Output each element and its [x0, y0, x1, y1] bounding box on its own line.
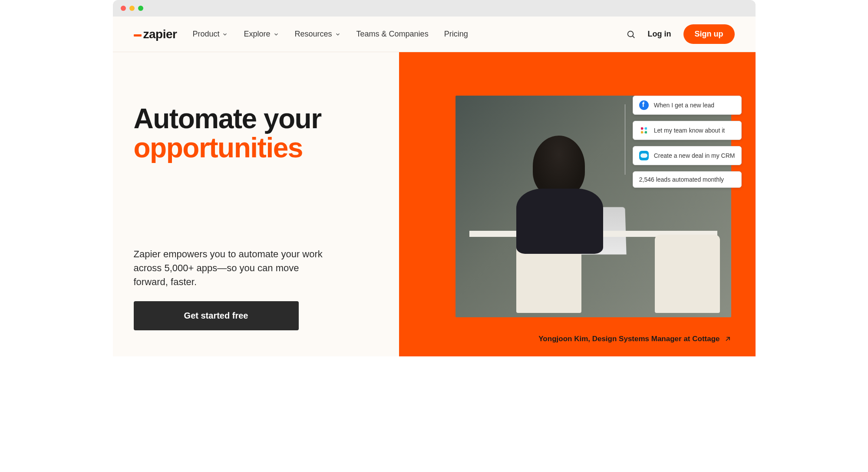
hero-section: Automate your opportunities Zapier empow…: [113, 52, 756, 356]
automation-card: Create a new deal in my CRM: [633, 146, 742, 165]
chair-illustration: [655, 235, 720, 313]
hero-photo-wrap: When I get a new lead Let my team know a…: [455, 96, 731, 327]
nav-right-group: Log in Sign up: [626, 24, 735, 44]
automation-cards: When I get a new lead Let my team know a…: [633, 96, 742, 188]
browser-title-bar: [113, 0, 756, 17]
nav-item-product[interactable]: Product: [192, 30, 228, 39]
spacer: [134, 163, 373, 247]
window-minimize-icon[interactable]: [129, 6, 135, 11]
nav-label: Teams & Companies: [356, 30, 429, 39]
hero-subhead: Zapier empowers you to automate your wor…: [134, 247, 325, 289]
automation-card: Let my team know about it: [633, 121, 742, 140]
nav-item-teams-companies[interactable]: Teams & Companies: [356, 30, 429, 39]
primary-nav: Product Explore Resources Teams & Compan…: [192, 30, 468, 39]
card-text: When I get a new lead: [654, 102, 714, 109]
search-icon[interactable]: [626, 30, 636, 39]
nav-label: Explore: [244, 30, 270, 39]
signup-button[interactable]: Sign up: [683, 24, 735, 44]
external-arrow-icon: [724, 336, 731, 342]
get-started-button[interactable]: Get started free: [134, 301, 299, 330]
chevron-down-icon: [222, 31, 228, 37]
headline-line-2: opportunities: [134, 132, 303, 163]
top-navigation: zapier Product Explore Resources Teams &…: [113, 17, 756, 52]
nav-label: Product: [192, 30, 219, 39]
card-text: Create a new deal in my CRM: [654, 152, 735, 159]
logo-dash-icon: [134, 34, 142, 37]
page-content: zapier Product Explore Resources Teams &…: [113, 17, 756, 356]
headline-line-1: Automate your: [134, 103, 321, 134]
brand-logo[interactable]: zapier: [134, 27, 177, 41]
photo-caption-link[interactable]: Yongjoon Kim, Design Systems Manager at …: [455, 335, 731, 343]
browser-window: zapier Product Explore Resources Teams &…: [113, 0, 756, 356]
hero-image-column: When I get a new lead Let my team know a…: [399, 52, 755, 356]
nav-label: Resources: [295, 30, 332, 39]
svg-line-1: [632, 36, 634, 38]
hero-headline: Automate your opportunities: [134, 104, 373, 163]
login-link[interactable]: Log in: [648, 30, 671, 39]
chair-illustration: [516, 235, 581, 313]
salesforce-icon: [639, 151, 649, 160]
svg-line-2: [726, 337, 729, 341]
caption-text: Yongjoon Kim, Design Systems Manager at …: [538, 335, 719, 343]
hero-text-column: Automate your opportunities Zapier empow…: [113, 52, 399, 356]
svg-point-0: [627, 31, 633, 37]
card-connector-line: [625, 104, 633, 175]
nav-item-explore[interactable]: Explore: [244, 30, 279, 39]
chevron-down-icon: [273, 31, 279, 37]
facebook-icon: [639, 100, 649, 110]
window-maximize-icon[interactable]: [138, 6, 143, 11]
automation-card: When I get a new lead: [633, 96, 742, 115]
brand-name: zapier: [143, 27, 177, 41]
nav-label: Pricing: [444, 30, 468, 39]
card-text: Let my team know about it: [654, 127, 725, 134]
nav-item-pricing[interactable]: Pricing: [444, 30, 468, 39]
nav-item-resources[interactable]: Resources: [295, 30, 341, 39]
window-close-icon[interactable]: [121, 6, 126, 11]
card-text: 2,546 leads automated monthly: [639, 176, 724, 183]
automation-card-stat: 2,546 leads automated monthly: [633, 171, 742, 188]
chevron-down-icon: [335, 31, 341, 37]
slack-icon: [639, 126, 649, 135]
